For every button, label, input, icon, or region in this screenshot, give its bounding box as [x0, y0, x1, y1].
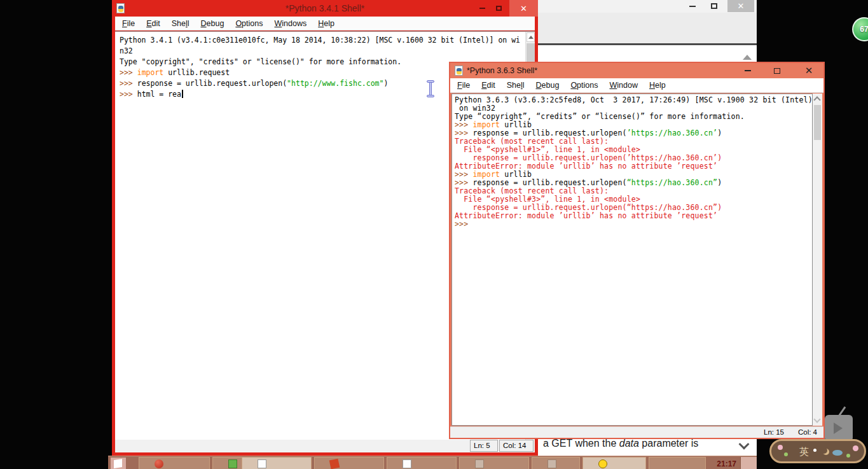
shell-line: Python 3.4.1 (v3.4.1:c0e311e010fc, May 1… — [120, 35, 534, 46]
vertical-scrollbar[interactable] — [813, 94, 822, 426]
scrollbar-thumb[interactable] — [814, 105, 821, 140]
shell-line: >>> — [455, 220, 812, 228]
taskbar-button[interactable] — [314, 457, 384, 469]
maximize-icon[interactable] — [768, 63, 787, 78]
status-bar: Ln: 15 Col: 4 — [450, 426, 823, 438]
python-app-icon — [455, 66, 463, 76]
gray-icon — [475, 459, 484, 468]
doc-icon — [258, 459, 266, 468]
taskbar-button[interactable] — [649, 457, 706, 469]
python-app-icon — [116, 3, 125, 13]
menu-file[interactable]: File — [457, 81, 470, 90]
taskbar-clock[interactable]: 21:17 — [717, 459, 736, 468]
shell-line: AttributeError: module ’urllib’ has no a… — [455, 212, 812, 220]
minimize-icon[interactable] — [474, 0, 490, 17]
menu-help[interactable]: Help — [318, 19, 334, 28]
leaf-icon — [846, 454, 850, 458]
menu-options[interactable]: Options — [235, 19, 263, 28]
doc-window-titlebar[interactable]: ✕ — [538, 0, 757, 13]
accelerator-ball[interactable]: 67 — [852, 17, 868, 41]
minimize-icon[interactable] — [738, 63, 757, 78]
taskbar-button[interactable] — [459, 457, 529, 469]
taskbar: 21:17 — [108, 456, 757, 469]
doc-icon — [403, 459, 411, 468]
leaf-icon — [784, 452, 788, 456]
shell-line: n32 — [120, 46, 534, 57]
tv-player-icon[interactable] — [825, 415, 853, 442]
menu-options[interactable]: Options — [570, 81, 598, 90]
menu-shell[interactable]: Shell — [172, 19, 189, 28]
close-icon[interactable]: ✕ — [799, 63, 818, 78]
menu-edit[interactable]: Edit — [146, 19, 160, 28]
shell-text-area[interactable]: Python 3.6.3 (v3.6.3:2c5fed8, Oct 3 2017… — [451, 94, 813, 426]
menubar: FileEditShellDebugOptionsWindowHelp — [450, 78, 823, 93]
line-indicator: Ln: 15 — [764, 428, 784, 436]
desktop: ✕ a GET when the data parameter is *Pyth… — [0, 0, 868, 469]
menu-shell[interactable]: Shell — [507, 81, 525, 90]
titlebar[interactable]: *Python 3.4.1 Shell* ✕ — [112, 0, 538, 17]
column-indicator: Col: 4 — [798, 428, 817, 436]
doc-text-italic: data — [619, 438, 639, 449]
doc-text: parameter is — [639, 438, 698, 449]
start-button[interactable] — [111, 458, 126, 469]
menu-file[interactable]: File — [122, 19, 135, 28]
menu-debug[interactable]: Debug — [201, 19, 224, 28]
scroll-up-icon[interactable] — [813, 96, 820, 103]
ime-language-label[interactable]: 英 — [799, 446, 809, 458]
close-icon[interactable]: ✕ — [509, 0, 538, 17]
moon-icon — [821, 447, 827, 454]
doc-window-toolbar — [538, 13, 757, 45]
smiley-icon — [598, 459, 607, 468]
taskbar-button[interactable] — [242, 457, 312, 469]
show-desktop-button[interactable] — [740, 457, 757, 469]
maximize-icon[interactable] — [705, 0, 724, 12]
taskbar-button[interactable] — [532, 457, 580, 469]
flower-icon — [853, 445, 858, 451]
menubar: FileEditShellDebugOptionsWindowsHelp — [115, 17, 535, 31]
taskbar-button[interactable] — [139, 457, 210, 469]
menu-debug[interactable]: Debug — [536, 81, 560, 90]
taskbar-button[interactable] — [387, 457, 457, 469]
status-bar: Ln: 5 Col: 14 — [115, 440, 535, 452]
taskbar-button[interactable] — [582, 457, 646, 469]
close-icon[interactable]: ✕ — [727, 0, 754, 12]
scroll-up-icon[interactable] — [743, 55, 752, 60]
window-title: *Python 3.6.3 Shell* — [467, 66, 537, 75]
doc-text: a GET when the — [543, 438, 619, 449]
windows-logo-icon — [114, 459, 122, 468]
green-icon — [228, 459, 237, 468]
ppt-icon — [329, 459, 340, 469]
menu-edit[interactable]: Edit — [481, 81, 495, 90]
gray-icon — [548, 459, 556, 468]
menu-help[interactable]: Help — [649, 81, 666, 90]
dot-icon — [813, 449, 816, 452]
red-ball-icon — [155, 459, 163, 468]
titlebar[interactable]: *Python 3.6.3 Shell* ✕ — [450, 63, 823, 78]
flower-icon — [778, 445, 783, 450]
maximize-icon[interactable] — [490, 0, 507, 17]
scroll-down-icon[interactable] — [813, 416, 820, 423]
shell-line: Python 3.6.3 (v3.6.3:2c5fed8, Oct 3 2017… — [455, 96, 812, 104]
leaf-icon — [832, 450, 843, 456]
column-indicator: Col: 14 — [499, 440, 534, 452]
minimize-icon[interactable] — [683, 0, 702, 12]
line-indicator: Ln: 5 — [470, 440, 498, 452]
ibeam-cursor — [425, 80, 436, 97]
menu-windows[interactable]: Windows — [274, 19, 307, 28]
scroll-up-icon[interactable] — [527, 32, 535, 42]
ime-toolbar[interactable]: 英 — [769, 439, 866, 463]
menu-window[interactable]: Window — [609, 81, 637, 90]
python-363-shell-window: *Python 3.6.3 Shell* ✕ FileEditShellDebu… — [449, 62, 825, 439]
